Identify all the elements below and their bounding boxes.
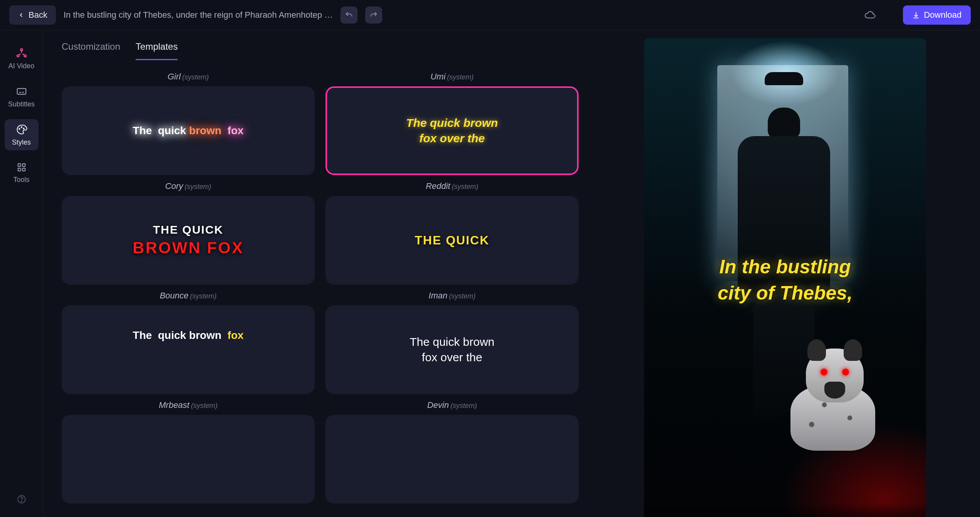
svg-rect-3	[17, 89, 26, 94]
template-reddit: Reddit(system) THE QUICK	[326, 181, 579, 285]
templates-scroll[interactable]: Girl(system) The quick brown fox Umi(sys…	[43, 60, 590, 517]
template-cory: Cory(system) THE QUICK BROWN FOX	[62, 181, 315, 285]
template-card-mrbeast[interactable]	[62, 415, 315, 504]
system-tag: (system)	[185, 183, 211, 190]
download-button[interactable]: Download	[903, 5, 971, 25]
template-bounce: Bounce(system) The quick brown fox	[62, 291, 315, 394]
video-preview[interactable]: In the bustling city of Thebes, 0:00 / 0…	[644, 38, 926, 517]
video-controls: 0:00 / 0:18	[644, 503, 926, 517]
template-name: Umi	[430, 72, 445, 81]
template-name: Bounce	[160, 291, 189, 300]
svg-point-12	[21, 501, 22, 502]
download-label: Download	[924, 10, 962, 20]
chevron-left-icon	[18, 12, 25, 19]
svg-point-2	[24, 55, 26, 57]
sidebar-item-label: AI Video	[8, 62, 35, 70]
template-card-iman[interactable]: The quick brown fox over the	[326, 305, 579, 394]
subtitle-overlay: In the bustling city of Thebes,	[644, 254, 926, 306]
svg-rect-8	[22, 164, 25, 167]
svg-point-4	[19, 128, 20, 130]
help-button[interactable]	[13, 491, 30, 508]
top-bar: Back In the bustling city of Thebes, und…	[0, 0, 980, 30]
system-tag: (system)	[449, 292, 475, 300]
sidebar-item-ai-video[interactable]: AI Video	[5, 42, 39, 74]
system-tag: (system)	[452, 183, 478, 190]
system-tag: (system)	[182, 73, 209, 81]
template-card-cory[interactable]: THE QUICK BROWN FOX	[62, 196, 315, 285]
template-umi: Umi(system) The quick brown fox over the	[326, 72, 579, 175]
back-button[interactable]: Back	[9, 5, 56, 25]
tabs: Customization Templates	[43, 30, 590, 60]
template-girl: Girl(system) The quick brown fox	[62, 72, 315, 175]
ai-video-icon	[15, 47, 28, 59]
template-iman: Iman(system) The quick brown fox over th…	[326, 291, 579, 394]
undo-button[interactable]	[341, 7, 357, 24]
template-name: Iman	[429, 291, 448, 300]
content-column: Customization Templates Girl(system) The…	[43, 30, 590, 517]
template-name: Cory	[165, 181, 183, 191]
tab-customization[interactable]: Customization	[62, 41, 120, 60]
template-card-devin[interactable]	[326, 415, 579, 504]
svg-rect-10	[22, 168, 25, 171]
back-label: Back	[29, 10, 47, 20]
play-button[interactable]	[655, 515, 667, 517]
template-name: Girl	[168, 72, 181, 81]
template-card-girl[interactable]: The quick brown fox	[62, 86, 315, 175]
template-mrbeast: Mrbeast(system)	[62, 400, 315, 504]
svg-point-6	[23, 128, 24, 129]
tools-icon	[16, 162, 27, 173]
system-tag: (system)	[447, 73, 474, 81]
svg-rect-9	[18, 168, 20, 171]
template-card-bounce[interactable]: The quick brown fox	[62, 305, 315, 394]
sidebar-item-label: Subtitles	[8, 100, 35, 108]
project-title: In the bustling city of Thebes, under th…	[64, 10, 333, 20]
template-card-reddit[interactable]: THE QUICK	[326, 196, 579, 285]
sidebar-item-tools[interactable]: Tools	[5, 157, 39, 188]
template-name: Devin	[427, 400, 449, 410]
template-card-umi[interactable]: The quick brown fox over the	[326, 86, 579, 175]
sidebar-item-label: Styles	[12, 138, 31, 147]
styles-icon	[16, 124, 27, 135]
sidebar-item-label: Tools	[13, 176, 29, 184]
subtitles-icon	[16, 86, 27, 97]
cloud-sync-icon	[864, 9, 876, 21]
left-sidebar: AI Video Subtitles Styles Tools	[0, 30, 43, 517]
svg-point-1	[17, 55, 19, 57]
system-tag: (system)	[450, 402, 477, 409]
redo-button[interactable]	[365, 7, 382, 24]
template-name: Reddit	[426, 181, 450, 191]
tab-templates[interactable]: Templates	[136, 41, 178, 60]
svg-point-0	[20, 49, 22, 51]
template-devin: Devin(system)	[326, 400, 579, 504]
system-tag: (system)	[190, 292, 216, 300]
template-name: Mrbeast	[159, 400, 189, 410]
system-tag: (system)	[191, 402, 218, 409]
sidebar-item-styles[interactable]: Styles	[5, 119, 39, 150]
sidebar-item-subtitles[interactable]: Subtitles	[5, 81, 39, 112]
svg-rect-7	[18, 164, 20, 167]
download-icon	[912, 11, 920, 19]
svg-point-5	[21, 127, 22, 128]
preview-column: In the bustling city of Thebes, 0:00 / 0…	[590, 30, 980, 517]
